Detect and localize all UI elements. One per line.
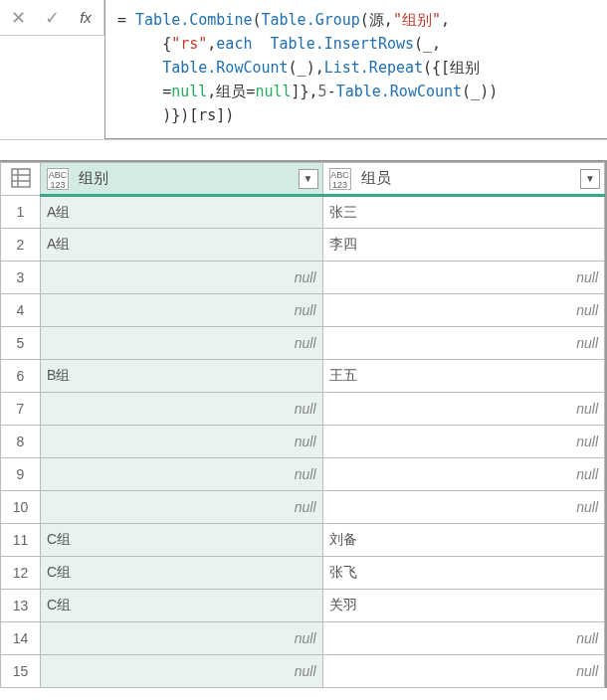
formula-button-group: ✕ ✓ fx (0, 0, 104, 36)
row-number[interactable]: 4 (1, 294, 41, 327)
formula-input[interactable]: = Table.Combine(Table.Group(源,"组别", {"rs… (104, 0, 607, 139)
row-number[interactable]: 15 (1, 655, 41, 688)
filter-dropdown-icon[interactable]: ▼ (580, 169, 600, 189)
table-row[interactable]: 9nullnull (1, 458, 605, 491)
cell-group[interactable]: A组 (41, 196, 323, 229)
cell-group[interactable]: A组 (41, 229, 323, 262)
table-row[interactable]: 15nullnull (1, 655, 605, 688)
table-row[interactable]: 14nullnull (1, 622, 605, 655)
cell-member[interactable]: 李四 (322, 229, 605, 262)
cell-group[interactable]: null (41, 491, 323, 524)
row-number[interactable]: 11 (1, 524, 41, 557)
cancel-icon[interactable]: ✕ (8, 7, 28, 29)
filter-dropdown-icon[interactable]: ▼ (299, 169, 318, 189)
accept-icon[interactable]: ✓ (42, 7, 62, 29)
row-number[interactable]: 10 (1, 491, 41, 524)
cell-group[interactable]: C组 (41, 590, 323, 622)
cell-member[interactable]: null (322, 458, 605, 491)
row-number[interactable]: 14 (1, 622, 41, 655)
cell-group[interactable]: null (41, 327, 323, 360)
cell-member[interactable]: null (322, 327, 605, 360)
cell-member[interactable]: null (322, 491, 605, 524)
cell-group[interactable]: B组 (41, 360, 323, 393)
table-row[interactable]: 12C组张飞 (1, 557, 605, 590)
cell-member[interactable]: 张三 (322, 196, 605, 229)
cell-member[interactable]: 王五 (322, 360, 605, 393)
column-header-group[interactable]: ABC 123 组别 ▼ (41, 163, 323, 196)
row-number[interactable]: 12 (1, 557, 41, 590)
cell-member[interactable]: 张飞 (322, 557, 605, 590)
type-icon[interactable]: ABC 123 (47, 168, 69, 190)
cell-member[interactable]: null (322, 294, 605, 327)
cell-group[interactable]: null (41, 262, 323, 294)
table-row[interactable]: 3nullnull (1, 262, 605, 294)
cell-group[interactable]: null (41, 655, 323, 688)
cell-group[interactable]: null (41, 426, 323, 458)
cell-member[interactable]: null (322, 262, 605, 294)
table-row[interactable]: 2A组李四 (1, 229, 605, 262)
table-row[interactable]: 8nullnull (1, 426, 605, 458)
row-number[interactable]: 8 (1, 426, 41, 458)
row-number[interactable]: 7 (1, 393, 41, 426)
cell-member[interactable]: 关羽 (322, 590, 605, 622)
cell-member[interactable]: null (322, 393, 605, 426)
cell-group[interactable]: C组 (41, 524, 323, 557)
table-row[interactable]: 5nullnull (1, 327, 605, 360)
row-number[interactable]: 13 (1, 590, 41, 622)
cell-group[interactable]: null (41, 294, 323, 327)
cell-group[interactable]: null (41, 393, 323, 426)
fx-icon[interactable]: fx (76, 9, 96, 26)
row-number[interactable]: 5 (1, 327, 41, 360)
data-table: ABC 123 组别 ▼ ABC 123 组员 ▼ 1A组张三2A组李四3nul… (0, 160, 607, 688)
type-icon[interactable]: ABC 123 (329, 168, 351, 190)
row-number[interactable]: 2 (1, 229, 41, 262)
table-row[interactable]: 6B组王五 (1, 360, 605, 393)
cell-group[interactable]: null (41, 622, 323, 655)
cell-member[interactable]: null (322, 622, 605, 655)
table-row[interactable]: 13C组关羽 (1, 590, 605, 622)
row-number[interactable]: 3 (1, 262, 41, 294)
table-row[interactable]: 11C组刘备 (1, 524, 605, 557)
row-number[interactable]: 6 (1, 360, 41, 393)
row-number[interactable]: 1 (1, 196, 41, 229)
formula-bar: ✕ ✓ fx = Table.Combine(Table.Group(源,"组别… (0, 0, 607, 140)
column-label: 组员 (361, 168, 391, 185)
table-row[interactable]: 4nullnull (1, 294, 605, 327)
column-header-member[interactable]: ABC 123 组员 ▼ (322, 163, 605, 196)
table-row[interactable]: 7nullnull (1, 393, 605, 426)
table-row[interactable]: 1A组张三 (1, 196, 605, 229)
cell-group[interactable]: C组 (41, 557, 323, 590)
svg-rect-0 (12, 169, 30, 187)
column-label: 组别 (79, 168, 108, 185)
table-row[interactable]: 10nullnull (1, 491, 605, 524)
cell-member[interactable]: null (322, 655, 605, 688)
cell-member[interactable]: null (322, 426, 605, 458)
table-icon (9, 166, 33, 190)
table-corner[interactable] (1, 163, 41, 196)
row-number[interactable]: 9 (1, 458, 41, 491)
cell-group[interactable]: null (41, 458, 323, 491)
cell-member[interactable]: 刘备 (322, 524, 605, 557)
